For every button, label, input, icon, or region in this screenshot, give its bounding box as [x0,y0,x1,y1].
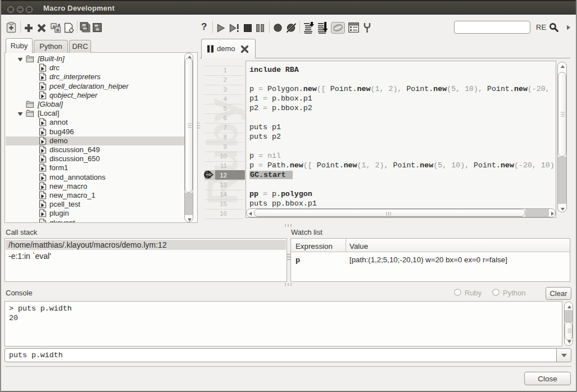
svg-text:B: B [56,28,60,33]
